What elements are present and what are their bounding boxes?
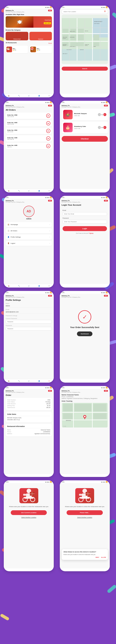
nav-profile-3[interactable]: 👤 bbox=[38, 190, 40, 192]
nav-search-1[interactable]: 🔍 bbox=[18, 95, 20, 96]
nav-profile-1[interactable]: 👤 bbox=[38, 95, 40, 96]
order-price-499: USD 382.39 bbox=[7, 139, 17, 140]
ps-pw-input[interactable] bbox=[6, 327, 52, 330]
location-screen-content: Khana uses your location to show the res… bbox=[4, 483, 54, 568]
ps-current-pw-input[interactable] bbox=[6, 320, 52, 324]
nav-search-5[interactable]: 🔍 bbox=[18, 285, 20, 287]
order-items-section: Order Items Mechelle Vazquez #(19) choco… bbox=[6, 412, 52, 422]
status-bar-6: 9:41 ▲▲▲ 📶 bbox=[60, 196, 110, 199]
category-japanese[interactable]: Japanese bbox=[29, 32, 52, 40]
od-items-title: Order Items bbox=[7, 413, 50, 416]
offer-banner[interactable]: 🍽️ Fresh Food 10% OFF bbox=[6, 16, 52, 28]
cart-item-2: 🎂 Strawberry Cake USD 4.00 − 2 + bbox=[62, 122, 108, 133]
nav-home-1[interactable]: 🏠 bbox=[8, 95, 10, 96]
nav-settings-3[interactable]: ⚙ bbox=[49, 190, 50, 192]
nav-home-7[interactable]: 🏠 bbox=[8, 380, 10, 382]
order-number-508: Order No: #508 bbox=[7, 114, 17, 116]
restaurant-info-2: Res... ⭐ 4.2 bbox=[37, 48, 40, 51]
allow-btn[interactable]: ALLOW bbox=[101, 557, 106, 558]
qty-plus-1[interactable]: + bbox=[103, 113, 106, 116]
order-item-508[interactable]: Order No: #508 USD 210.00 ▶ bbox=[6, 112, 52, 119]
deny-btn[interactable]: DENY bbox=[95, 557, 99, 558]
order-item-495[interactable]: Order No: #495 USD 44... ▶ bbox=[6, 143, 52, 149]
order-item-505[interactable]: Order No: #505 USD 570.60 ▶ bbox=[6, 120, 52, 126]
restaurant-row: 🍜 Res... ⭐ 4.5 🍣 Res... ⭐ 4.2 bbox=[6, 46, 52, 53]
status-bar-3: 9:41 ▲▲▲ 📶 bbox=[4, 101, 54, 104]
delivery-illustration-svg bbox=[19, 488, 38, 503]
nav-settings-7[interactable]: ⚙ bbox=[49, 380, 50, 382]
order-item-info-495: Order No: #495 USD 44... bbox=[7, 144, 17, 148]
signup-text: Don't have an Account? Signup bbox=[63, 232, 107, 234]
ad-badge-1: AD bbox=[48, 10, 52, 11]
order-icon-495[interactable]: ▶ bbox=[46, 144, 50, 148]
order-icon-500[interactable]: ▶ bbox=[46, 129, 50, 133]
email-input[interactable] bbox=[63, 212, 107, 216]
restaurant-info-1: Res... ⭐ 4.5 bbox=[13, 48, 16, 51]
success-screen: Delivery To 92 Dhaka Trunk Rd, Chittagon… bbox=[60, 294, 110, 379]
order-item-info-499: Order No: #499 USD 382.39 bbox=[7, 137, 17, 140]
svg-rect-43 bbox=[63, 404, 72, 412]
nav-profile-7[interactable]: 👤 bbox=[38, 380, 40, 382]
ps-email-value: admin@admin.com bbox=[6, 311, 52, 314]
reset-link[interactable]: Reset bbox=[49, 42, 52, 44]
nav-cart-3[interactable]: 🛒 bbox=[28, 190, 30, 192]
signup-link[interactable]: Signup bbox=[89, 232, 93, 234]
dashboard-btn[interactable]: Dashboard bbox=[77, 332, 92, 336]
ps-title: Profile Settings bbox=[6, 299, 52, 301]
phone-order-detail: 9:41 ▲▲▲ 📶 Delivery To 92 Dhaka Trunk Rd… bbox=[4, 386, 54, 477]
category-row: Chinese food Japanese bbox=[6, 32, 52, 40]
login-delivery-header: Delivery To 92 Dhaka Trunk Rd, Chittagon… bbox=[62, 200, 108, 203]
order-item-499[interactable]: Order No: #499 USD 382.39 ▶ bbox=[6, 135, 52, 142]
nav-home-5[interactable]: 🏠 bbox=[8, 285, 10, 287]
category-chinese[interactable]: Chinese food bbox=[6, 32, 28, 40]
restaurant-item-2[interactable]: 🍣 Res... ⭐ 4.2 bbox=[30, 46, 52, 53]
select-another-location-btn[interactable]: Select Another Location bbox=[21, 516, 36, 518]
order-icon-499[interactable]: ▶ bbox=[46, 136, 50, 140]
svg-rect-14 bbox=[78, 29, 84, 32]
od-address: 92 Dhaka Trunk Rd, Chittagong, Ban... bbox=[6, 392, 25, 393]
signal-11: ▲▲▲ 📶 bbox=[45, 481, 52, 483]
bottom-nav-3: 🏠 🔍 🛒 👤 ⚙ bbox=[4, 189, 54, 192]
orders-menu-label: All Orders bbox=[10, 230, 17, 232]
svg-rect-47 bbox=[93, 413, 106, 419]
restaurant-item-1[interactable]: 🍜 Res... ⭐ 4.5 bbox=[6, 46, 28, 53]
nav-account-5[interactable]: 👤 bbox=[38, 285, 40, 287]
nav-cart-5[interactable]: 🛒 bbox=[28, 285, 30, 287]
svg-rect-44 bbox=[74, 404, 91, 412]
cart-item-1: 🍲 Mechelle Vazquez USD 191 − 1 + bbox=[62, 109, 108, 120]
nav-search-7[interactable]: 🔍 bbox=[18, 380, 20, 382]
location-search-input[interactable] bbox=[63, 11, 104, 12]
nav-cart-1[interactable]: 🛒 bbox=[28, 95, 30, 96]
permission-select-location-btn[interactable]: Select Another Location bbox=[77, 516, 92, 518]
login-btn[interactable]: Login bbox=[63, 226, 107, 231]
password-input[interactable] bbox=[63, 220, 107, 224]
od-restaurant-phone: Phone: 1235656931 bbox=[7, 431, 50, 432]
nav-settings-5[interactable]: ⚙ bbox=[49, 285, 50, 287]
menu-item-profile-settings[interactable]: 👤 Profile Settings › bbox=[6, 234, 52, 240]
use-current-location-btn[interactable]: Use Current Location bbox=[11, 510, 47, 515]
cart-info-2: Strawberry Cake USD 4.00 bbox=[74, 126, 97, 129]
qty-plus-2[interactable]: + bbox=[103, 126, 106, 129]
nav-search-3[interactable]: 🔍 bbox=[18, 190, 20, 192]
menu-item-orders[interactable]: 📋 All Orders › bbox=[6, 228, 52, 233]
menu-item-logout[interactable]: 🚪 Logout › bbox=[6, 241, 52, 246]
nav-settings-1[interactable]: ⚙ bbox=[49, 95, 50, 96]
menu-item-homepage[interactable]: 🏠 Homepage › bbox=[6, 222, 52, 227]
nav-home-3[interactable]: 🏠 bbox=[8, 190, 10, 192]
order-item-500[interactable]: Order No: #500 USD 24.00 ▶ bbox=[6, 128, 52, 134]
qty-minus-1[interactable]: − bbox=[98, 113, 101, 116]
profile-settings-icon: 👤 bbox=[7, 236, 9, 238]
delivery-guy-illustration bbox=[19, 488, 38, 503]
svg-point-51 bbox=[84, 416, 85, 417]
search-btn[interactable]: Search bbox=[62, 67, 108, 71]
signal-6: ▲▲▲ 📶 bbox=[101, 196, 108, 198]
search-bar[interactable]: 📍 bbox=[62, 10, 108, 14]
od-total-value: 390.00 bbox=[46, 407, 50, 408]
nav-cart-7[interactable]: 🛒 bbox=[28, 380, 30, 382]
checkout-btn[interactable]: Checkout bbox=[62, 136, 108, 142]
qty-minus-2[interactable]: − bbox=[98, 126, 101, 129]
time-3: 9:41 bbox=[6, 102, 9, 103]
order-icon-505[interactable]: ▶ bbox=[46, 121, 50, 126]
please-wait-btn[interactable]: Please Wait... bbox=[66, 510, 103, 515]
order-icon-508[interactable]: ▶ bbox=[46, 114, 50, 118]
